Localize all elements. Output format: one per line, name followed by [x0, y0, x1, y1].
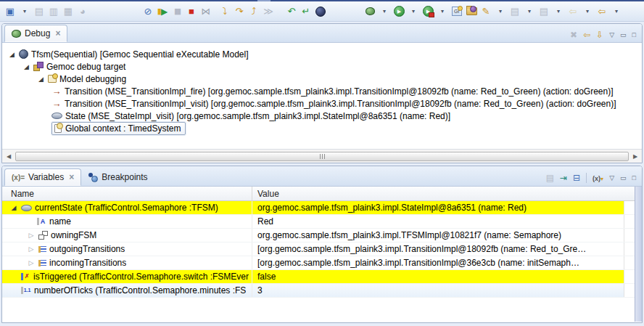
- external-tools-button[interactable]: ▶: [421, 4, 435, 20]
- step-over-button[interactable]: ↷: [232, 4, 247, 20]
- variable-value: org.gemoc.sample.tfsm_plaink3.impl.TFSMI…: [257, 230, 561, 240]
- variables-vertical-scrollbar[interactable]: [635, 187, 642, 322]
- variables-view: (x)= Variables × Breakpoints ▤ ⇥ ⊟ (x)▾ …: [1, 166, 643, 323]
- minimize-button[interactable]: ▭: [620, 32, 627, 38]
- tree-row-stack-frame[interactable]: → Transition (MSE_TransitionImpl_visit) …: [2, 97, 642, 110]
- tree-row-model-debugging[interactable]: ◢ Model debugging: [2, 73, 642, 85]
- variables-tab-icon: (x)=: [12, 174, 25, 182]
- external-tools-dropdown[interactable]: ▾: [435, 4, 450, 20]
- step-return-icon: ⤴: [252, 7, 257, 16]
- column-header-name[interactable]: Name: [2, 187, 252, 200]
- debug-dropdown[interactable]: ▾: [377, 4, 392, 20]
- run-to-line-button[interactable]: ≫: [261, 4, 276, 20]
- save-all-button[interactable]: ▥: [46, 4, 61, 20]
- save-icon: ▤: [35, 7, 44, 16]
- expand-twisty-icon[interactable]: ◢: [9, 204, 18, 211]
- run-button[interactable]: ▶: [392, 4, 406, 20]
- pin-down-button[interactable]: ⇩: [596, 30, 603, 39]
- expand-twisty-icon[interactable]: ◢: [8, 51, 16, 58]
- table-row-currentState[interactable]: ◢ currentState (TrafficControl.Semaphore…: [2, 201, 635, 215]
- collapse-twisty-icon[interactable]: ▷: [27, 245, 36, 253]
- variable-name: isTriggered (TrafficControl.Semaphore.sw…: [33, 272, 249, 282]
- scrollbar-thumb[interactable]: [15, 152, 629, 161]
- expand-twisty-icon[interactable]: ◢: [22, 63, 30, 70]
- run-dropdown[interactable]: ▾: [406, 4, 421, 20]
- expand-twisty-icon[interactable]: ◢: [37, 76, 45, 83]
- search-button[interactable]: ✎: [479, 4, 493, 20]
- minimize-button[interactable]: ▭: [620, 175, 627, 182]
- step-back-button[interactable]: ↶: [284, 4, 299, 20]
- tree-row-launch[interactable]: ◢ Tfsm(Sequential) [Gemoc Sequential eXe…: [2, 48, 642, 60]
- view-menu-button[interactable]: ▽: [609, 32, 614, 38]
- debug-view-toolbar: ✖ ⇦ ⇩ ▽ ▭ □: [570, 30, 642, 42]
- debug-tab-close-icon[interactable]: ×: [55, 28, 60, 38]
- pause-button[interactable]: ▮▮: [170, 4, 184, 20]
- maximize-button[interactable]: □: [632, 32, 636, 38]
- update-button[interactable]: ◕: [75, 4, 90, 20]
- tab-variables[interactable]: (x)= Variables ×: [4, 168, 81, 186]
- selected-tree-item[interactable]: Global context : TimedSystem: [51, 122, 186, 135]
- skip-breakpoints-button[interactable]: ⊘: [141, 4, 155, 20]
- collapse-twisty-icon[interactable]: ▷: [27, 232, 36, 239]
- annotation-nav-button[interactable]: ▤: [537, 4, 551, 20]
- variables-tab-close-icon[interactable]: ×: [69, 172, 74, 182]
- tab-debug[interactable]: Debug ×: [4, 25, 67, 42]
- nav-forward-button[interactable]: ⇦: [566, 4, 580, 20]
- last-edit-dropdown[interactable]: ▾: [522, 4, 537, 20]
- table-row-owningFSM[interactable]: ▷ owningFSM org.gemoc.sample.tfsm_plaink…: [2, 229, 635, 243]
- step-into-button[interactable]: ⤵: [218, 4, 232, 20]
- scroll-left-arrow-icon[interactable]: ◀: [4, 153, 14, 160]
- table-row-isTriggered[interactable]: ✗ isTriggered (TrafficControl.Semaphore.…: [2, 270, 635, 284]
- table-row-incomingTransitions[interactable]: ▷ incomingTransitions [org.gemoc.sample.…: [2, 256, 635, 270]
- annotation-nav-dropdown[interactable]: ▾: [551, 4, 566, 20]
- show-type-names-button[interactable]: ▤: [546, 174, 554, 182]
- tree-row-debug-target[interactable]: ◢ Gemoc debug target: [2, 60, 642, 73]
- terminate-button[interactable]: ■: [184, 4, 199, 20]
- table-row-outgoingTransitions[interactable]: ▷ outgoingTransitions [org.gemoc.sample.…: [2, 243, 635, 256]
- nav-back-button[interactable]: ⇦: [595, 4, 609, 20]
- tree-row-stack-frame[interactable]: State (MSE_StateImpl_visit) [org.gemoc.s…: [2, 110, 642, 122]
- main-toolbar: ▣ ▾ ▤ ▥ ▦ ◕ ⊘ ▮▶ ▮▮ ■ ⋈ ⤵ ↷ ⤴ ≫ ↶ ↵ ▾ ▶ …: [0, 1, 644, 22]
- maximize-button[interactable]: □: [632, 175, 636, 182]
- tree-row-global-context[interactable]: Global context : TimedSystem: [2, 122, 642, 134]
- variables-table: Name Value ◢ currentState (TrafficContro…: [2, 187, 642, 322]
- tree-label: Model debugging: [59, 74, 126, 84]
- open-type-button[interactable]: [464, 4, 479, 20]
- new-wizard-dropdown[interactable]: ▾: [17, 4, 32, 20]
- debug-horizontal-scrollbar[interactable]: ◀ ▶: [2, 149, 642, 163]
- table-row-numberOfTicks[interactable]: 1.1 numberOfTicks (TrafficControl.Semaph…: [2, 284, 635, 298]
- table-row-name[interactable]: A name Red: [2, 215, 635, 229]
- debug-view: Debug × ✖ ⇦ ⇩ ▽ ▭ □ ◢ Tfsm(Sequential) […: [1, 23, 643, 163]
- save-button[interactable]: ▤: [32, 4, 46, 20]
- step-return-button[interactable]: ⤴: [247, 4, 261, 20]
- variable-name: name: [49, 216, 71, 227]
- pin-left-button[interactable]: ⇦: [583, 30, 590, 39]
- disconnect-icon: ⋈: [202, 7, 211, 16]
- tree-row-stack-frame[interactable]: → Transition (MSE_TransitionImpl_fire) […: [2, 85, 642, 97]
- step-forward-button[interactable]: ↵: [299, 4, 313, 20]
- resume-play-icon: ▶: [161, 7, 168, 16]
- stack-frame-arrow-icon: →: [51, 98, 62, 109]
- last-edit-button[interactable]: ▤: [508, 4, 522, 20]
- nav-back-dropdown[interactable]: ▾: [609, 4, 624, 20]
- disconnect-button[interactable]: ⋈: [199, 4, 213, 20]
- collapse-all-button[interactable]: ⊟: [573, 174, 580, 182]
- print-button[interactable]: ▦: [61, 4, 75, 20]
- column-header-value[interactable]: Value: [252, 187, 635, 200]
- new-wizard-button[interactable]: ▣: [3, 4, 17, 20]
- resume-button[interactable]: ▮▶: [155, 4, 170, 20]
- row-stub: [624, 215, 635, 228]
- collapse-twisty-icon[interactable]: ▷: [27, 259, 36, 266]
- debug-button[interactable]: [363, 4, 377, 20]
- watch-expressions-button[interactable]: (x)▾: [593, 173, 603, 183]
- scroll-right-arrow-icon[interactable]: ▶: [630, 153, 640, 160]
- remove-terminated-button[interactable]: ✖: [570, 30, 577, 39]
- animation-button[interactable]: [313, 4, 328, 20]
- new-gemoc-wizard-button[interactable]: Gr: [450, 4, 464, 20]
- show-logical-structure-button[interactable]: ⇥: [560, 174, 567, 182]
- nav-forward-dropdown[interactable]: ▾: [580, 4, 595, 20]
- search-dropdown[interactable]: ▾: [493, 4, 508, 20]
- view-menu-button[interactable]: ▽: [609, 175, 614, 182]
- gemoc-engine-icon: [19, 49, 28, 59]
- tab-breakpoints[interactable]: Breakpoints: [81, 168, 154, 186]
